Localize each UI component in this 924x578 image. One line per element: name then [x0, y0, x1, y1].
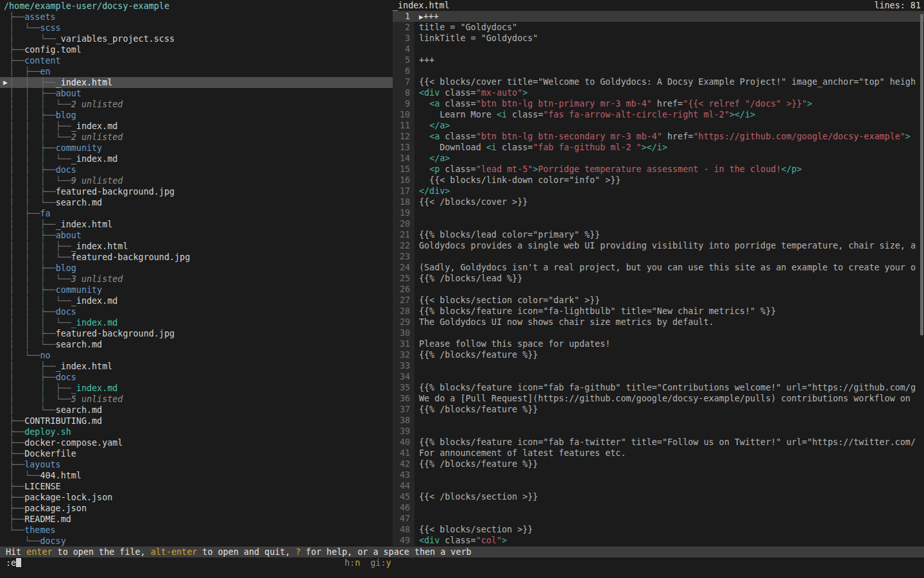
- tree-row[interactable]: │ │ │ ├──_index.md: [0, 121, 393, 132]
- tree-row[interactable]: │ ├──_index.html: [0, 361, 393, 372]
- tree-row[interactable]: │ │ │ └──2 unlisted: [0, 132, 393, 143]
- tree-row[interactable]: │ │ │ └──_index.md: [0, 153, 393, 164]
- tree-row[interactable]: │ ├──fa: [0, 208, 393, 219]
- tree-row[interactable]: │ │ └──search.md: [0, 339, 393, 350]
- tree-row[interactable]: ├──LICENSE: [0, 481, 393, 492]
- code-segment: {{< blocks/section >}}: [419, 525, 533, 534]
- tree-row[interactable]: ├──layouts: [0, 459, 393, 470]
- tree-branch-lines: │ │ ├──: [4, 383, 71, 393]
- tree-branch-lines: │ │ ├──: [4, 231, 56, 240]
- tree-row[interactable]: │ │ ├──about: [0, 88, 393, 99]
- tree-row[interactable]: ├──CONTRIBUTING.md: [0, 416, 393, 426]
- tree-branch-lines: │ ├──: [4, 209, 40, 218]
- tree-row[interactable]: │ │ ├──_index.md: [0, 383, 393, 394]
- command-line[interactable]: :eh:n gi:y: [0, 557, 924, 568]
- code-line-text: [415, 502, 924, 513]
- tree-row[interactable]: │ │ │ └──featured-background.jpg: [0, 252, 393, 263]
- tree-branch-lines: │ │ └──: [4, 198, 56, 207]
- tree-row[interactable]: └──docsy: [0, 536, 393, 547]
- tree-row[interactable]: │ └──_variables_project.scss: [0, 33, 393, 44]
- tree-entry-name: community: [56, 285, 103, 295]
- code-line: 23: [393, 251, 924, 262]
- code-segment: "https://github.com/google/docsy-example…: [693, 132, 905, 141]
- tree-row[interactable]: ├──README.md: [0, 514, 393, 525]
- tree-entry-name: fa: [40, 209, 50, 218]
- preview-scrollbar[interactable]: [920, 14, 923, 335]
- tree-row[interactable]: │ │ │ └──3 unlisted: [0, 274, 393, 285]
- tree-row[interactable]: │ │ ├──blog: [0, 110, 393, 121]
- code-view: 1▶+++2title = "Goldydocs"3linkTitle = "G…: [393, 11, 924, 546]
- tree-row[interactable]: ├──package-lock.json: [0, 492, 393, 503]
- tree-row[interactable]: │ ├──docs: [0, 372, 393, 383]
- file-tree-panel: /home/example-user/docsy-example ├──asse…: [0, 1, 393, 547]
- tree-row[interactable]: │ └──404.html: [0, 470, 393, 481]
- tree-row[interactable]: ├──docker-compose.yaml: [0, 437, 393, 448]
- tree-row[interactable]: ├──assets: [0, 12, 393, 22]
- code-line: 47: [393, 513, 924, 524]
- tree-row[interactable]: │ │ └──5 unlisted: [0, 394, 393, 405]
- code-line: 35{{% blocks/feature icon="fab fa-github…: [393, 382, 924, 393]
- line-number: 10: [393, 109, 415, 120]
- tree-root-path[interactable]: /home/example-user/docsy-example: [0, 1, 393, 12]
- tree-row[interactable]: │ │ ├──about: [0, 230, 393, 241]
- line-number: 21: [393, 229, 415, 240]
- tree-row[interactable]: ├──Dockerfile: [0, 448, 393, 459]
- tree-row[interactable]: │ └──no: [0, 350, 393, 361]
- tree-row[interactable]: │ └──scss: [0, 22, 393, 33]
- line-number: 5: [393, 55, 415, 66]
- code-segment: </div>: [419, 186, 450, 196]
- tree-row[interactable]: │ │ ├──community: [0, 143, 393, 153]
- line-number: 43: [393, 469, 415, 480]
- tree-row[interactable]: ├──content: [0, 55, 393, 66]
- code-segment: >: [807, 99, 812, 109]
- tree-branch-lines: │ │ ├──: [4, 263, 56, 273]
- tree-row[interactable]: │ │ │ └──_index.md: [0, 317, 393, 328]
- tree-row[interactable]: │ │ ├──_index.html: [0, 219, 393, 230]
- tree-branch-lines: │ │ │ └──: [4, 318, 71, 328]
- mode-flags[interactable]: h:n gi:y: [345, 557, 391, 568]
- code-line: 14 </a>: [393, 153, 924, 164]
- tree-row[interactable]: │ │ │ └──9 unlisted: [0, 175, 393, 186]
- tree-row[interactable]: ├──package.json: [0, 503, 393, 514]
- code-line: 43: [393, 469, 924, 480]
- tree-row[interactable]: │ │ └──search.md: [0, 197, 393, 208]
- tree-row[interactable]: │ │ ├──docs: [0, 164, 393, 175]
- code-line-text: {{% /blocks/feature %}}: [415, 459, 924, 469]
- tree-branch-lines: ├──: [4, 514, 24, 524]
- code-segment: {{% /blocks/feature %}}: [419, 459, 538, 469]
- tree-entry-name: scss: [40, 23, 60, 33]
- tree-branch-lines: │ │ ├──: [4, 78, 56, 87]
- tree-branch-lines: │ └──: [4, 351, 40, 360]
- code-segment: href=: [662, 132, 693, 141]
- tree-entry-name: _index.html: [56, 78, 113, 87]
- tree-row[interactable]: ├──config.toml: [0, 44, 393, 55]
- tree-row[interactable]: ▶ │ │ ├──_index.html: [0, 77, 393, 88]
- tree-branch-lines: │ │ ├──: [4, 89, 56, 98]
- tree-row[interactable]: │ │ ├──featured-background.jpg: [0, 186, 393, 197]
- tree-branch-lines: │ ├──: [4, 362, 56, 371]
- code-line: 32{{% /blocks/feature %}}: [393, 349, 924, 360]
- tree-row[interactable]: │ │ │ ├──_index.html: [0, 241, 393, 252]
- tree-row[interactable]: │ │ │ └──_index.md: [0, 295, 393, 306]
- tree-row[interactable]: │ │ ├──community: [0, 285, 393, 295]
- command-input[interactable]: :e: [6, 558, 16, 568]
- tree-row[interactable]: │ │ ├──featured-background.jpg: [0, 328, 393, 339]
- code-line: 3linkTitle = "Goldydocs": [393, 33, 924, 44]
- line-number: 11: [393, 120, 415, 131]
- status-text-segment: Hit: [6, 547, 26, 557]
- tree-row[interactable]: │ │ │ └──2 unlisted: [0, 99, 393, 110]
- tree-branch-lines: ├──: [4, 416, 24, 426]
- code-line: 13 Download <i class="fab fa-github ml-2…: [393, 142, 924, 153]
- line-number: 12: [393, 131, 415, 142]
- code-line: 36We do a [Pull Request](https://github.…: [393, 393, 924, 404]
- tree-row[interactable]: │ ├──en: [0, 66, 393, 77]
- code-line: 33: [393, 360, 924, 371]
- tree-branch-lines: │ │ │ └──: [4, 132, 71, 142]
- code-line: 28{{% blocks/feature icon="fa-lightbulb"…: [393, 306, 924, 317]
- tree-row[interactable]: │ └──search.md: [0, 405, 393, 416]
- tree-row[interactable]: │ │ ├──docs: [0, 306, 393, 317]
- tree-row[interactable]: └──themes: [0, 525, 393, 536]
- tree-row[interactable]: ├──deploy.sh: [0, 426, 393, 437]
- tree-row[interactable]: │ │ ├──blog: [0, 263, 393, 274]
- code-segment: <div: [419, 88, 440, 98]
